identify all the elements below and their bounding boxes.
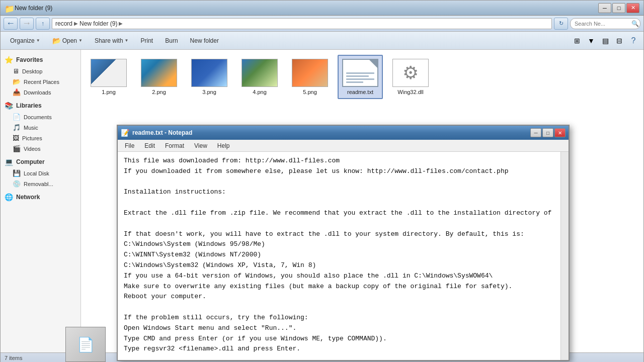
sidebar-item-downloads[interactable]: 📥 Downloads: [1, 87, 80, 98]
music-label: Music: [24, 125, 38, 131]
organize-button[interactable]: Organize ▼: [5, 34, 46, 48]
notepad-title: readme.txt - Notepad: [132, 129, 530, 136]
explorer-title: New folder (9): [15, 5, 598, 12]
notepad-text[interactable]: This file was downloaded from: http://ww…: [118, 152, 560, 360]
new-folder-button[interactable]: New folder: [185, 34, 224, 48]
file-item-1png[interactable]: 1.png: [86, 55, 131, 99]
search-icon[interactable]: 🔍: [629, 18, 640, 29]
removable-label: Removabl...: [24, 181, 53, 187]
minimize-button[interactable]: ─: [598, 3, 611, 13]
file-item-3png[interactable]: 3.png: [187, 55, 232, 99]
back-button[interactable]: ←: [4, 18, 18, 30]
share-button[interactable]: Share with ▼: [89, 34, 134, 48]
notepad-titlebar: 📝 readme.txt - Notepad ─ □ ✕: [118, 126, 569, 140]
file-name-wing32: Wing32.dll: [397, 89, 423, 95]
new-folder-label: New folder: [190, 37, 219, 44]
menu-view[interactable]: View: [189, 141, 212, 150]
menu-help[interactable]: Help: [212, 141, 235, 150]
notepad-icon: 📝: [121, 129, 129, 137]
computer-icon: 💻: [5, 158, 13, 166]
sidebar-item-removable[interactable]: 💿 Removabl...: [1, 178, 80, 189]
titlebar-buttons: ─ □ ✕: [598, 3, 639, 13]
file-name-5png: 5.png: [303, 89, 317, 95]
downloads-label: Downloads: [24, 89, 51, 96]
sidebar-item-desktop[interactable]: 🖥 Desktop: [1, 66, 80, 76]
libraries-icon: 📚: [5, 102, 13, 110]
pictures-label: Pictures: [22, 135, 42, 141]
computer-section: 💻 Computer 💾 Local Disk 💿 Removabl...: [1, 156, 80, 189]
menu-format[interactable]: Format: [160, 141, 189, 150]
desktop-label: Desktop: [22, 68, 42, 74]
print-button[interactable]: Print: [135, 34, 159, 48]
recent-places-icon: 📂: [13, 78, 21, 85]
details-pane-button[interactable]: ▤: [599, 35, 611, 47]
sidebar-item-local-disk[interactable]: 💾 Local Disk: [1, 168, 80, 178]
files-grid: 1.png 2.png 3.png 4.png: [86, 55, 638, 99]
burn-button[interactable]: Burn: [159, 34, 183, 48]
sidebar-item-music[interactable]: 🎵 Music: [1, 122, 80, 133]
file-thumb-4png: [242, 59, 278, 87]
network-header[interactable]: 🌐 Network: [1, 191, 80, 203]
menu-edit[interactable]: Edit: [139, 141, 160, 150]
file-name-readme: readme.txt: [347, 89, 373, 95]
notepad-minimize-button[interactable]: ─: [530, 128, 541, 137]
documents-label: Documents: [24, 114, 52, 120]
view-toggle-button[interactable]: ⊞: [571, 35, 583, 47]
computer-header[interactable]: 💻 Computer: [1, 156, 80, 168]
breadcrumb-record: record: [55, 20, 72, 27]
local-disk-label: Local Disk: [24, 170, 49, 176]
network-section: 🌐 Network: [1, 191, 80, 203]
taskbar-thumbnail: 📄: [65, 327, 106, 362]
burn-label: Burn: [165, 37, 178, 44]
forward-button[interactable]: →: [20, 18, 34, 30]
view-dropdown-button[interactable]: ▼: [585, 35, 597, 47]
toolbar-right: ⊞ ▼ ▤ ⊟ ?: [571, 35, 639, 47]
address-bar: ← → ↑ record ▶ New folder (9) ▶ ↻ 🔍: [1, 16, 643, 32]
maximize-button[interactable]: □: [612, 3, 625, 13]
favorites-section: ⭐ Favorites 🖥 Desktop 📂 Recent Places 📥 …: [1, 54, 80, 98]
sidebar-item-documents[interactable]: 📄 Documents: [1, 112, 80, 122]
libraries-header[interactable]: 📚 Libraries: [1, 100, 80, 112]
network-label: Network: [16, 194, 40, 201]
file-item-readme[interactable]: readme.txt: [338, 55, 383, 99]
file-name-4png: 4.png: [253, 89, 267, 95]
downloads-icon: 📥: [13, 88, 21, 96]
file-item-2png[interactable]: 2.png: [136, 55, 182, 99]
file-thumb-2png: [141, 59, 177, 87]
favorites-header[interactable]: ⭐ Favorites: [1, 54, 80, 66]
favorites-label: Favorites: [16, 56, 43, 63]
notepad-scrollbar[interactable]: [560, 152, 569, 360]
notepad-maximize-button[interactable]: □: [542, 128, 553, 137]
sidebar-item-recent-places[interactable]: 📂 Recent Places: [1, 76, 80, 87]
file-item-wing32[interactable]: ⚙ Wing32.dll: [388, 55, 433, 99]
recent-places-label: Recent Places: [24, 79, 59, 85]
open-arrow: ▼: [78, 38, 83, 43]
refresh-button[interactable]: ↻: [554, 18, 568, 30]
notepad-tb-buttons: ─ □ ✕: [530, 128, 566, 137]
file-item-5png[interactable]: 5.png: [287, 55, 333, 99]
file-name-3png: 3.png: [202, 89, 216, 95]
file-thumb-5png: [292, 59, 328, 87]
breadcrumb[interactable]: record ▶ New folder (9) ▶: [52, 18, 552, 29]
documents-icon: 📄: [13, 113, 21, 121]
libraries-section: 📚 Libraries 📄 Documents 🎵 Music 🖼 Pictur…: [1, 100, 80, 154]
up-button[interactable]: ↑: [36, 18, 50, 30]
sidebar-item-videos[interactable]: 🎬 Videos: [1, 143, 80, 154]
preview-pane-button[interactable]: ⊟: [613, 35, 625, 47]
close-button[interactable]: ✕: [626, 3, 639, 13]
taskbar-thumb-icon: 📄: [77, 336, 95, 353]
computer-label: Computer: [16, 158, 45, 165]
file-item-4png[interactable]: 4.png: [237, 55, 282, 99]
music-icon: 🎵: [13, 124, 21, 131]
explorer-titlebar: 📁 New folder (9) ─ □ ✕: [1, 1, 643, 16]
open-button[interactable]: 📂 Open ▼: [47, 34, 88, 48]
help-button[interactable]: ?: [627, 35, 639, 47]
menu-file[interactable]: File: [120, 141, 139, 150]
sidebar-item-pictures[interactable]: 🖼 Pictures: [1, 133, 80, 143]
notepad-close-button[interactable]: ✕: [554, 128, 566, 137]
open-label: Open: [62, 37, 77, 44]
toolbar: Organize ▼ 📂 Open ▼ Share with ▼ Print B…: [1, 32, 643, 50]
desktop-icon: 🖥: [13, 67, 19, 75]
share-label: Share with: [95, 37, 123, 44]
videos-label: Videos: [24, 146, 40, 152]
